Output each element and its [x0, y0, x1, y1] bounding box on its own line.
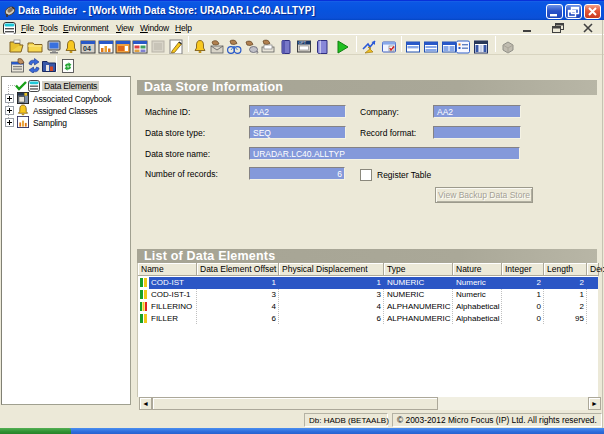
svg-text:OPT: OPT	[299, 41, 307, 45]
svg-text:04: 04	[83, 45, 91, 52]
